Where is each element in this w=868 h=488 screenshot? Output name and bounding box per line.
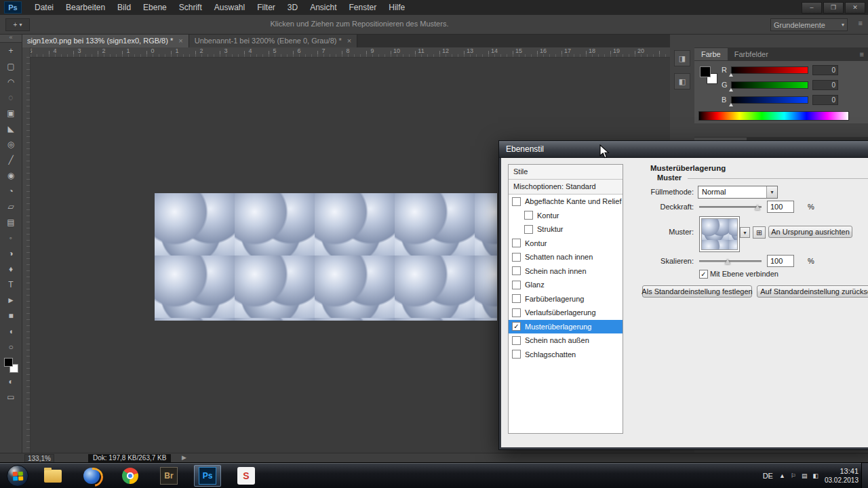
action-center-icon[interactable]: ⚐ [791,472,796,479]
blend-mode-select[interactable]: Normal ▾ [698,186,778,199]
foreground-color-swatch[interactable] [700,66,711,77]
style-item-struktur[interactable]: Struktur [509,222,623,237]
history-brush-tool[interactable]: ◔ [0,183,22,199]
explorer-taskbar-button[interactable] [39,465,66,487]
set-default-button[interactable]: Als Standardeinstellung festlegen [642,285,752,298]
blur-tool[interactable]: ◦ [0,230,22,245]
channel-value-field[interactable]: 0 [812,65,838,75]
opacity-value-field[interactable]: 100 [767,201,794,213]
snap-to-origin-button[interactable]: An Ursprung ausrichten [768,226,852,238]
panel-menu-icon[interactable]: ≡ [860,50,864,58]
collapsed-panel-icon[interactable]: ◨ [674,50,690,66]
browser-taskbar-button[interactable] [78,465,105,487]
style-item-schein-nach-innen[interactable]: Schein nach innen [509,264,623,279]
hand-tool[interactable]: ◖ [0,323,22,339]
scale-slider-thumb[interactable] [725,259,730,264]
workspace-switcher[interactable]: Grundelemente ▾ [770,18,848,31]
path-selection-tool[interactable]: ► [0,292,22,308]
style-checkbox[interactable] [512,239,521,247]
style-item-verlaufs-berlagerung[interactable]: Verlaufsüberlagerung [509,306,623,320]
style-item-abgeflachte-kante-und-relief[interactable]: Abgeflachte Kante und Relief [509,195,623,209]
bridge-taskbar-button[interactable]: Br [155,465,182,487]
type-tool[interactable]: T [0,277,22,292]
menu-filter[interactable]: Filter [251,0,281,15]
opacity-slider-thumb[interactable] [755,205,760,210]
style-checkbox[interactable]: ✓ [512,322,521,331]
style-item-schein-nach-au-en[interactable]: Schein nach außen [509,333,623,348]
clone-stamp-tool[interactable]: ◉ [0,167,22,183]
channel-slider-thumb[interactable] [729,88,733,92]
brush-tool[interactable]: ╱ [0,152,22,167]
style-item-kontur[interactable]: Kontur [509,209,623,223]
quick-selection-tool[interactable]: ◌ [0,89,22,105]
menu-schrift[interactable]: Schrift [173,0,208,15]
menu-fenster[interactable]: Fenster [343,0,383,15]
pen-tool[interactable]: ♦ [0,261,22,277]
horizontal-ruler[interactable]: 5432101234567891011121314151617181920 [22,47,670,58]
menu-auswahl[interactable]: Auswahl [208,0,251,15]
quick-mask-button[interactable]: ◐ [0,373,22,389]
tab-close-icon[interactable]: × [178,37,182,45]
pattern-thumbnail[interactable] [699,216,740,252]
dodge-tool[interactable]: ◑ [0,245,22,261]
marquee-tool[interactable]: ▢ [0,58,22,74]
tray-expand-icon[interactable]: ▲ [779,472,785,479]
menu-bild[interactable]: Bild [111,0,137,15]
style-item-schatten-nach-innen[interactable]: Schatten nach innen [509,250,623,264]
channel-value-field[interactable]: 0 [812,95,838,105]
style-checkbox[interactable] [512,266,521,275]
panel-tab-farbe[interactable]: Farbe [694,48,728,60]
scale-value-field[interactable]: 100 [767,255,794,267]
channel-value-field[interactable]: 0 [812,80,838,90]
styles-header[interactable]: Stile [509,165,623,180]
foreground-color-swatch[interactable] [4,358,13,367]
style-checkbox[interactable] [512,253,521,262]
pattern-picker-caret-icon[interactable]: ▾ [740,227,750,238]
vertical-ruler[interactable] [22,57,31,453]
style-item-farb-berlagerung[interactable]: Farbüberlagerung [509,292,623,306]
panel-tab-farbfelder[interactable]: Farbfelder [728,48,775,60]
style-item-kontur[interactable]: Kontur [509,237,623,251]
gradient-tool[interactable]: ▤ [0,214,22,230]
foreground-background-swatches[interactable] [0,356,22,373]
scale-slider[interactable] [699,260,762,263]
healing-brush-tool[interactable]: ◎ [0,136,22,152]
move-tool[interactable]: + [0,43,22,58]
toolstrip-collapse-icon[interactable]: « [0,34,22,43]
style-checkbox[interactable] [512,197,521,206]
document-tab[interactable]: Unbenannt-1 bei 3200% (Ebene 0, Grau/8) … [189,34,358,47]
network-icon[interactable]: ▤ [802,472,808,479]
channel-slider-thumb[interactable] [729,73,733,77]
menu-datei[interactable]: Datei [28,0,60,15]
reset-default-button[interactable]: Auf Standardeinstellung zurücksetzen [757,285,868,298]
document-tab[interactable]: sign1ex0.png bei 133% (sign1ex0, RGB/8) … [22,34,189,47]
eraser-tool[interactable]: ▱ [0,199,22,214]
eyedropper-tool[interactable]: ◣ [0,121,22,136]
language-indicator[interactable]: DE [763,472,773,480]
taskbar-clock[interactable]: 13:41 03.02.2013 [825,467,859,484]
new-pattern-button[interactable]: ⊞ [753,226,766,239]
style-item-muster-berlagerung[interactable]: ✓Musterüberlagerung [509,320,623,334]
menu-bearbeiten[interactable]: Bearbeiten [60,0,111,15]
chrome-taskbar-button[interactable] [117,465,144,487]
link-with-layer-checkbox[interactable]: ✓ [699,270,708,279]
menu-ansicht[interactable]: Ansicht [304,0,342,15]
dialog-titlebar[interactable]: Ebenenstil [499,141,868,158]
style-checkbox[interactable] [512,350,521,359]
window-close-button[interactable]: ✕ [845,2,865,14]
channel-slider[interactable] [731,96,808,104]
collapsed-panel-icon[interactable]: ◧ [674,73,690,89]
channel-slider-thumb[interactable] [729,103,733,106]
volume-icon[interactable]: ◧ [812,472,818,479]
style-checkbox[interactable] [524,225,533,234]
channel-slider[interactable] [731,81,808,89]
screen-capture-taskbar-button[interactable]: S [233,465,260,487]
menu-ebene[interactable]: Ebene [137,0,173,15]
options-menu-icon[interactable]: ≡ [859,19,863,27]
opacity-slider[interactable] [699,206,762,209]
canvas-pattern-image[interactable] [155,193,497,321]
lasso-tool[interactable]: ◠ [0,74,22,89]
color-spectrum-ramp[interactable] [698,111,849,121]
photoshop-taskbar-button[interactable]: Ps [194,465,221,487]
screen-mode-button[interactable]: ▭ [0,389,22,405]
